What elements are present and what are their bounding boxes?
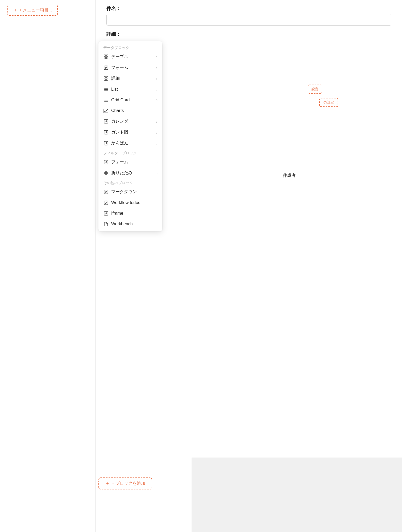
menu-item-workflow-todos-label: Workflow todos [111,200,158,205]
chevron-right-icon: › [156,87,158,92]
chevron-right-icon: › [156,55,158,59]
menu-item-form[interactable]: フォーム › [98,62,162,73]
menu-item-form-filter-label: フォーム [111,159,154,165]
chart-icon [103,108,109,113]
form-section: 件名： 詳細： [96,0,402,46]
chevron-right-icon: › [156,130,158,135]
menu-item-detail[interactable]: 詳細 › [98,73,162,84]
add-block-button-label: + ブロックを追加 [112,481,145,486]
chevron-right-icon: › [156,171,158,175]
svg-rect-27 [104,171,106,173]
edit-icon-7 [103,211,109,216]
chevron-right-icon: › [156,141,158,146]
menu-item-gantt-label: ガント図 [111,130,154,135]
dashed-btn-2[interactable]: の設定 [319,98,338,107]
menu-item-iframe[interactable]: Iframe [98,208,162,219]
menu-item-table[interactable]: テーブル › [98,51,162,62]
menu-item-form-filter[interactable]: フォーム › [98,157,162,168]
plus-icon: ＋ [13,7,18,13]
menu-item-detail-label: 詳細 [111,76,154,81]
plus-icon-2: ＋ [105,481,110,486]
svg-rect-5 [104,77,106,78]
edit-icon [103,65,109,70]
author-label: 作成者 [283,173,296,178]
grid-icon [103,54,109,60]
menu-item-form-label: フォーム [111,65,154,70]
menu-item-iframe-label: Iframe [111,211,158,216]
edit-icon-2 [103,119,109,124]
menu-item-kanban[interactable]: かんばん › [98,138,162,149]
bottom-gray-area [192,458,402,532]
subject-label: 件名： [106,5,391,12]
menu-item-table-label: テーブル [111,54,154,60]
menu-item-charts-label: Charts [111,108,158,113]
add-block-button[interactable]: ＋ + ブロックを追加 [98,477,152,489]
edit-icon-6 [103,189,109,195]
svg-rect-3 [106,57,108,59]
menu-item-list[interactable]: List › [98,84,162,95]
svg-rect-23 [104,120,108,123]
chevron-right-icon: › [156,77,158,81]
svg-rect-25 [104,142,108,145]
left-panel: ＋ + メニュー項目... [0,0,96,532]
svg-rect-4 [104,66,108,70]
menu-item-workflow-todos[interactable]: Workflow todos [98,197,162,208]
menu-item-add-button[interactable]: ＋ + メニュー項目... [7,5,58,16]
menu-item-gantt[interactable]: ガント図 › [98,127,162,138]
section-filter-block: フィルターブロック [98,149,162,157]
chevron-right-icon: › [156,119,158,124]
chevron-right-icon: › [156,98,158,102]
svg-rect-26 [104,160,108,164]
menu-item-button-label: + メニュー項目... [19,7,52,13]
menu-item-charts[interactable]: Charts [98,105,162,116]
dashed-btn-2-label: の設定 [324,100,334,104]
dashed-btn-1-label: 設定 [312,87,318,91]
grid-icon-2 [103,76,109,81]
menu-item-workbench-label: Workbench [111,222,158,226]
edit-icon-3 [103,130,109,135]
svg-rect-8 [106,79,108,81]
section-data-block: データブロック [98,43,162,51]
menu-item-collapsible-label: 折りたたみ [111,170,154,176]
section-other-block: その他のブロック [98,178,162,186]
svg-rect-29 [104,173,106,175]
svg-rect-30 [106,173,108,175]
list-icon [103,87,109,92]
menu-item-workbench[interactable]: Workbench [98,219,162,229]
svg-rect-33 [104,211,108,215]
menu-item-collapsible[interactable]: 折りたたみ › [98,168,162,178]
dashed-btn-1[interactable]: 設定 [308,85,322,94]
grid-icon-3 [103,171,109,176]
menu-item-grid-card[interactable]: Grid Card › [98,95,162,105]
checkbox-icon [103,200,109,205]
menu-item-list-label: List [111,87,154,92]
file-icon [103,221,109,227]
detail-label: 詳細： [106,31,391,37]
svg-rect-31 [104,190,108,194]
svg-rect-24 [104,131,108,134]
list-icon-2 [103,97,109,103]
svg-rect-28 [106,171,108,173]
chevron-right-icon: › [156,66,158,70]
edit-icon-4 [103,141,109,146]
svg-rect-1 [106,55,108,56]
menu-item-kanban-label: かんばん [111,140,154,146]
menu-item-calendar-label: カレンダー [111,119,154,124]
svg-rect-0 [104,55,106,56]
menu-item-calendar[interactable]: カレンダー › [98,116,162,127]
edit-icon-5 [103,160,109,165]
chevron-right-icon: › [156,160,158,164]
svg-rect-2 [104,57,106,59]
subject-input[interactable] [106,14,391,26]
svg-rect-7 [104,79,106,81]
menu-item-grid-card-label: Grid Card [111,98,154,102]
menu-item-markdown-label: マークダウン [111,189,158,195]
svg-rect-6 [106,77,108,78]
dropdown-menu: データブロック テーブル › フォーム › [98,41,162,231]
menu-item-markdown[interactable]: マークダウン [98,186,162,197]
